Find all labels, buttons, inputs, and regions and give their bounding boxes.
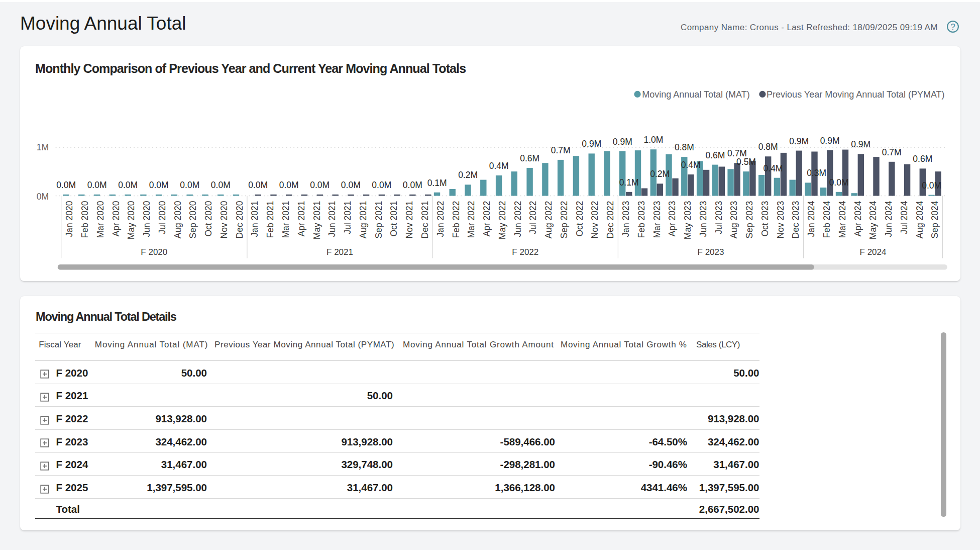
- svg-text:0.0M: 0.0M: [87, 180, 107, 190]
- svg-text:May 2020: May 2020: [126, 201, 136, 239]
- svg-text:Jan 2020: Jan 2020: [64, 201, 74, 237]
- svg-text:0.0M: 0.0M: [118, 180, 138, 190]
- svg-text:0.4M: 0.4M: [489, 161, 509, 171]
- svg-text:Jan 2022: Jan 2022: [435, 201, 446, 237]
- svg-text:0.9M: 0.9M: [851, 139, 870, 149]
- svg-text:Sep 2024: Sep 2024: [930, 201, 940, 238]
- svg-text:0.0M: 0.0M: [149, 180, 169, 190]
- svg-text:Sep 2020: Sep 2020: [188, 201, 198, 238]
- svg-text:Oct 2020: Oct 2020: [203, 201, 213, 236]
- svg-text:Sep 2023: Sep 2023: [744, 201, 754, 239]
- svg-text:0.0M: 0.0M: [180, 180, 199, 190]
- svg-text:0.0M: 0.0M: [829, 177, 849, 188]
- svg-text:Feb 2024: Feb 2024: [822, 201, 832, 238]
- svg-text:Apr 2023: Apr 2023: [667, 201, 677, 237]
- svg-text:0.0M: 0.0M: [372, 180, 391, 190]
- svg-text:Mar 2024: Mar 2024: [837, 201, 847, 238]
- svg-text:Oct 2023: Oct 2023: [760, 201, 770, 237]
- svg-text:0.0M: 0.0M: [310, 180, 330, 190]
- svg-text:Jul 2020: Jul 2020: [157, 201, 167, 234]
- svg-text:Aug 2021: Aug 2021: [358, 201, 368, 239]
- svg-text:0.6M: 0.6M: [520, 153, 539, 163]
- svg-text:0.0M: 0.0M: [403, 180, 422, 190]
- svg-text:Jul 2024: Jul 2024: [899, 201, 909, 234]
- svg-text:0.9M: 0.9M: [582, 139, 601, 149]
- svg-text:May 2024: May 2024: [868, 201, 878, 239]
- svg-text:Apr 2020: Apr 2020: [111, 201, 121, 236]
- svg-text:Jan 2021: Jan 2021: [250, 201, 260, 237]
- svg-text:Dec 2022: Dec 2022: [605, 201, 615, 239]
- svg-text:Nov 2021: Nov 2021: [404, 201, 414, 239]
- svg-text:0.9M: 0.9M: [820, 136, 840, 146]
- svg-text:Jan 2023: Jan 2023: [621, 201, 631, 237]
- svg-text:0.7M: 0.7M: [882, 147, 902, 157]
- svg-text:Aug 2020: Aug 2020: [173, 201, 183, 238]
- svg-text:0.1M: 0.1M: [427, 178, 447, 188]
- svg-text:Jul 2023: Jul 2023: [714, 201, 724, 234]
- svg-text:Dec 2020: Dec 2020: [235, 201, 245, 238]
- svg-text:0M: 0M: [37, 192, 49, 202]
- svg-text:Mar 2022: Mar 2022: [466, 201, 476, 238]
- svg-text:0.2M: 0.2M: [650, 169, 670, 179]
- svg-text:Nov 2023: Nov 2023: [776, 201, 786, 239]
- svg-text:0.9M: 0.9M: [789, 136, 809, 146]
- svg-text:F 2021: F 2021: [326, 247, 353, 257]
- svg-text:Dec 2023: Dec 2023: [791, 201, 801, 239]
- svg-text:0.0M: 0.0M: [56, 180, 76, 190]
- svg-text:0.0M: 0.0M: [279, 180, 299, 190]
- svg-text:Dec 2021: Dec 2021: [420, 201, 430, 239]
- svg-text:Jan 2024: Jan 2024: [806, 201, 816, 237]
- svg-text:0.7M: 0.7M: [727, 148, 747, 158]
- svg-text:0.4M: 0.4M: [681, 160, 701, 170]
- svg-text:Feb 2022: Feb 2022: [451, 201, 461, 238]
- svg-text:Nov 2022: Nov 2022: [590, 201, 600, 239]
- svg-text:Apr 2022: Apr 2022: [482, 201, 492, 237]
- svg-text:Feb 2023: Feb 2023: [636, 201, 646, 238]
- svg-text:Mar 2020: Mar 2020: [95, 201, 105, 238]
- svg-text:Nov 2020: Nov 2020: [219, 201, 229, 238]
- svg-text:Feb 2021: Feb 2021: [265, 201, 275, 238]
- svg-text:0.6M: 0.6M: [705, 150, 725, 160]
- svg-text:0.4M: 0.4M: [764, 163, 783, 173]
- svg-text:F 2023: F 2023: [698, 247, 724, 257]
- svg-text:Jun 2024: Jun 2024: [884, 201, 894, 237]
- svg-text:Aug 2022: Aug 2022: [543, 201, 554, 239]
- svg-text:0.0M: 0.0M: [341, 180, 361, 190]
- svg-text:0.1M: 0.1M: [619, 177, 639, 188]
- svg-text:0.8M: 0.8M: [675, 142, 694, 152]
- svg-text:0.7M: 0.7M: [551, 145, 571, 155]
- svg-text:0.2M: 0.2M: [458, 170, 478, 180]
- svg-text:Sep 2022: Sep 2022: [559, 201, 569, 239]
- svg-text:Jun 2020: Jun 2020: [142, 201, 152, 237]
- svg-text:Jun 2022: Jun 2022: [513, 201, 523, 237]
- svg-text:Apr 2024: Apr 2024: [853, 201, 863, 236]
- svg-text:Mar 2023: Mar 2023: [652, 201, 662, 238]
- svg-text:F 2022: F 2022: [512, 247, 538, 257]
- svg-text:0.0M: 0.0M: [248, 180, 268, 190]
- svg-text:Feb 2020: Feb 2020: [80, 201, 90, 238]
- svg-text:Oct 2022: Oct 2022: [575, 201, 585, 237]
- svg-text:May 2023: May 2023: [683, 201, 693, 240]
- svg-text:Sep 2021: Sep 2021: [374, 201, 384, 239]
- svg-text:0.0M: 0.0M: [922, 180, 941, 191]
- svg-text:0.8M: 0.8M: [758, 142, 778, 152]
- svg-text:Oct 2021: Oct 2021: [389, 201, 399, 237]
- svg-text:Apr 2021: Apr 2021: [296, 201, 306, 237]
- svg-text:May 2022: May 2022: [497, 201, 507, 240]
- svg-text:F 2020: F 2020: [141, 247, 167, 257]
- svg-text:Moving Annual Total (MAT): Moving Annual Total (MAT): [642, 89, 749, 100]
- svg-text:1M: 1M: [37, 142, 49, 152]
- svg-text:0.0M: 0.0M: [211, 180, 231, 190]
- svg-text:Jun 2021: Jun 2021: [327, 201, 337, 237]
- svg-text:0.3M: 0.3M: [807, 168, 826, 178]
- svg-text:F 2024: F 2024: [860, 247, 887, 257]
- svg-text:0.9M: 0.9M: [613, 137, 632, 147]
- svg-text:Aug 2023: Aug 2023: [729, 201, 739, 239]
- svg-text:Jun 2023: Jun 2023: [698, 201, 708, 237]
- svg-text:Jul 2021: Jul 2021: [343, 201, 353, 234]
- svg-text:Jul 2022: Jul 2022: [528, 201, 538, 234]
- svg-text:0.6M: 0.6M: [913, 154, 932, 164]
- svg-text:1.0M: 1.0M: [643, 135, 663, 145]
- svg-text:Mar 2021: Mar 2021: [281, 201, 291, 238]
- svg-text:Aug 2024: Aug 2024: [915, 201, 925, 238]
